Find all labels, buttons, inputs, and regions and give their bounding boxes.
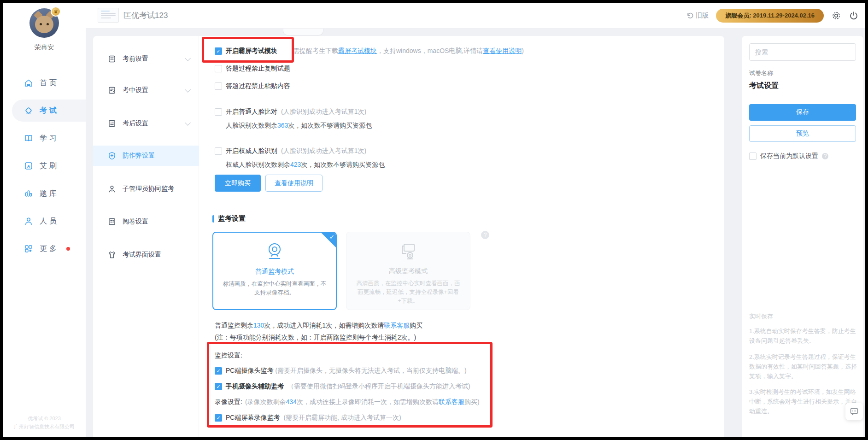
quota-prefix: 权威人脸识别次数剩余 [226,161,290,168]
advanced-mode-title: 高级监考模式 [346,267,470,276]
advanced-proctor-mode-card[interactable]: 高级监考模式 高清画质，在监控中心实时查看画面，画面更流畅，延迟低，支持全程录像… [346,232,470,310]
phone-camera-label: 手机摄像头辅助监考 [226,382,284,391]
sidebar-item-study[interactable]: 学习 [3,127,86,149]
old-version-button[interactable]: 旧版 [686,12,709,20]
advanced-camera-icon [398,241,419,262]
buy-now-button[interactable]: 立即购买 [215,175,261,192]
note-text: 次，成功连接上录像即消耗一次，如需增购次数请 [297,398,439,405]
sidebar-item-exam[interactable]: 考试 [12,100,86,122]
autosave-point-3: 3.实时检测考生的考试环境，如发生网络中断，系统会对考生进行相关提示，并自动重连… [749,387,858,416]
search-input[interactable] [749,43,856,61]
avatar-decoration [40,23,42,25]
settings-nav-pre-exam[interactable]: 考前设置 [93,49,199,69]
save-button[interactable]: 保存 [749,104,856,121]
sidebar-item-ai-brush[interactable]: A 艾刷 [3,155,86,177]
proctor-section-header: 监考设置 [212,214,246,223]
quota-text: 普通监控剩余130次，成功进入即消耗1次，如需增购次数请联系客服购买 [215,322,422,330]
chat-bubble-icon [850,407,859,416]
sidebar-item-more[interactable]: 更多 [3,238,86,260]
preview-button[interactable]: 预览 [749,125,856,142]
score-sheet-icon: 100 [108,119,116,128]
pc-camera-checkbox[interactable] [215,367,222,375]
page-title: 匡优考试123 [123,10,168,21]
face-auth-note: (人脸识别成功进入考试算1次) [281,147,366,155]
main-content-card: 考前设置 考中设置 100 考后设置 防作弊设置 子管理员协同监考 [93,36,724,437]
power-icon[interactable] [849,11,859,21]
avatar[interactable]: ♛ [29,8,59,38]
sidebar-item-label: 人员 [40,217,59,226]
record-settings-label: 录像设置: [215,398,242,406]
usage-instructions-button[interactable]: 查看使用说明 [265,175,323,192]
screen-lock-module-link[interactable]: 霸屏考试模块 [338,47,377,54]
header-actions: 旧版 旗舰会员: 2019.11.29-2024.02.16 [686,3,859,29]
tshirt-icon [108,251,116,259]
membership-badge[interactable]: 旗舰会员: 2019.11.29-2024.02.16 [716,9,824,23]
settings-nav-sub-admin[interactable]: 子管理员协同监考 [93,179,199,199]
document-pencil-icon [108,86,116,94]
record-settings-row: 录像设置: (录像次数剩余434次，成功连接上录像即消耗一次，如需增购次数请联系… [215,398,480,406]
top-header: 匡优考试123 旧版 旗舰会员: 2019.11.29-2024.02.16 [86,3,865,29]
face-normal-checkbox[interactable] [215,108,222,116]
monitor-quota-note: (注：每项功能分别消耗次数，如：开启两路监控则每个考生消耗2次。) [215,334,416,342]
company-line: 广州好智信息技术有限公司 [3,422,86,431]
autosave-point-1: 1.系统自动实时保存考生答案，防止考生设备问题引起答卷丢失。 [749,326,858,346]
gear-icon[interactable] [831,11,841,21]
svg-text:A: A [27,164,30,169]
quota-text: 人脸识别次数剩余363次，如次数不够请购买资源包 [226,122,372,130]
screen-lock-checkbox[interactable] [215,47,222,55]
sidebar-footer: 优考试 © 2023 广州好智信息技术有限公司 [3,414,86,431]
no-copy-label: 答题过程禁止复制试题 [226,65,290,73]
settings-nav-label: 考试界面设置 [123,251,161,259]
normal-proctor-mode-card[interactable]: ✓ 普通监考模式 标清画质，在监控中心实时查看画面，不支持录像存档。 [212,232,337,310]
save-default-checkbox[interactable] [749,153,757,160]
quota-suffix: 次，如次数不够请购买资源包 [301,161,385,168]
sidebar-item-personnel[interactable]: 人员 [3,210,86,232]
paper-name-value: 考试设置 [749,81,779,91]
phone-camera-row: 手机摄像头辅助监考 （需要使用微信扫码登录小程序开启手机端摄像头方能进入考试) [215,382,470,391]
note-text: 购买) [464,398,480,405]
grading-doc-icon [108,217,116,226]
autosave-title: 实时保存 [749,312,773,321]
contact-support-link[interactable]: 联系客服 [439,398,464,405]
avatar-decoration [47,23,49,25]
contact-support-link[interactable]: 联系客服 [384,322,410,329]
undo-icon [686,12,694,19]
monitor-settings-title: 监控设置: [215,352,242,360]
settings-nav-grading[interactable]: 阅卷设置 [93,211,199,232]
vip-crown-badge-icon: ♛ [51,6,61,17]
save-default-help-icon[interactable]: ? [822,153,828,159]
settings-nav-label: 考中设置 [123,86,148,94]
settings-nav-in-exam[interactable]: 考中设置 [93,80,199,100]
check-icon: ✓ [329,234,334,241]
settings-nav-anti-cheat[interactable]: 防作弊设置 [93,146,199,166]
pc-screen-record-checkbox[interactable] [215,414,222,422]
chat-support-button[interactable] [845,403,863,420]
no-paste-checkbox[interactable] [215,82,222,90]
settings-nav-label: 阅卷设置 [123,217,148,226]
person-icon [24,217,33,226]
note-text: 需提醒考生下载 [293,47,338,54]
no-copy-checkbox[interactable] [215,65,222,72]
advanced-mode-help-icon[interactable]: ? [481,231,489,239]
phone-camera-checkbox[interactable] [215,383,222,390]
face-auth-label: 开启权威人脸识别 [226,147,277,155]
sidebar-item-question-bank[interactable]: 题库 [3,182,86,205]
settings-nav-exam-ui[interactable]: 考试界面设置 [93,245,199,265]
screen-lock-note: 需提醒考生下载霸屏考试模块，支持windows，macOS电脑,详情请查看使用说… [293,47,524,55]
usage-help-link[interactable]: 查看使用说明 [483,47,522,54]
exam-icon [24,106,33,115]
user-name: 荣冉安 [3,43,86,52]
grid-more-icon [24,244,33,253]
settings-nav-post-exam[interactable]: 100 考后设置 [93,113,199,134]
record-settings-note: (录像次数剩余434次，成功连接上录像即消耗一次，如需增购次数请联系客服购买) [245,398,480,406]
document-icon [108,55,116,63]
sidebar-item-label: 题库 [40,189,59,199]
note-text: (注：每项功能分别消耗次数，如：开启两路监控则每个考生消耗2次。) [215,334,416,342]
sidebar-item-label: 艾刷 [40,161,59,171]
settings-nav-label: 子管理员协同监考 [123,185,174,193]
settings-nav-label: 考后设置 [123,119,148,128]
face-auth-checkbox[interactable] [215,147,222,155]
sidebar-item-home[interactable]: 首页 [3,72,86,94]
face-normal-quota: 人脸识别次数剩余363次，如次数不够请购买资源包 [226,122,372,130]
quota-text: 权威人脸识别次数剩余423次，如次数不够请购买资源包 [226,161,385,169]
